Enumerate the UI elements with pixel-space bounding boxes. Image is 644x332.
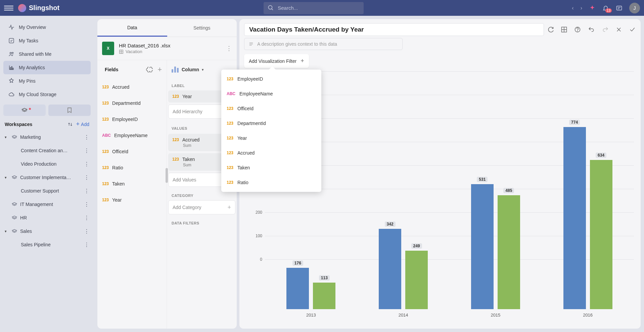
column-chart-icon <box>172 67 179 73</box>
more-icon[interactable]: ⋮ <box>84 174 89 181</box>
workspace-child[interactable]: Content Creation an…⋮ <box>3 144 91 157</box>
bar-label: 113 <box>319 275 330 281</box>
nav-back-icon[interactable]: ‹ <box>572 5 573 11</box>
workspace-child[interactable]: Video Production⋮ <box>3 157 91 171</box>
svg-rect-2 <box>616 6 622 10</box>
workspace-sales[interactable]: ▾Sales⋮ <box>3 224 91 238</box>
field-year[interactable]: 123Year <box>97 192 167 208</box>
more-icon[interactable]: ⋮ <box>84 228 89 235</box>
nav-item-my-overview[interactable]: My Overview <box>3 20 91 34</box>
sparkle-icon[interactable] <box>589 5 596 11</box>
workspace-hr[interactable]: HR⋮ <box>3 211 91 224</box>
field-accrued[interactable]: 123Accrued <box>97 79 167 95</box>
filter-option-employeeid[interactable]: 123EmployeeID <box>221 72 321 86</box>
redo-icon[interactable] <box>602 26 609 33</box>
scroll-thumb[interactable] <box>166 168 168 183</box>
messages-icon[interactable] <box>616 5 623 11</box>
tab-settings[interactable]: Settings <box>167 19 237 37</box>
workspace-it-management[interactable]: IT Management⋮ <box>3 198 91 211</box>
nav-item-my-analytics[interactable]: My Analytics <box>3 61 91 74</box>
notifications-icon[interactable]: 13 <box>602 5 609 11</box>
add-category-button[interactable]: Add Category+ <box>168 200 235 214</box>
svg-point-6 <box>10 52 12 54</box>
svg-rect-10 <box>10 68 11 70</box>
sheet-name: Vacation <box>126 49 142 54</box>
add-field-icon[interactable]: + <box>157 65 162 74</box>
field-ratio[interactable]: 123Ratio <box>97 160 167 176</box>
bar-taken-2015[interactable]: 485 <box>498 195 520 309</box>
confirm-icon[interactable] <box>629 27 636 33</box>
workspaces-title: Workspaces <box>5 122 32 127</box>
y-tick: 0 <box>260 257 262 262</box>
field-employeeid[interactable]: 123EmployeeID <box>97 111 167 127</box>
workspaces-view-toggle[interactable] <box>3 105 46 116</box>
viz-title-input[interactable]: Vacation Days Taken/Accrued by Year <box>244 23 544 36</box>
bookmarks-toggle[interactable] <box>48 105 91 116</box>
field-departmentid[interactable]: 123DepartmentId <box>97 95 167 111</box>
field-officeid[interactable]: 123OfficeId <box>97 143 167 160</box>
bar-accrued-2016[interactable]: 774 <box>563 127 586 309</box>
more-icon[interactable]: ⋮ <box>84 242 89 248</box>
x-tick: 2016 <box>542 309 634 323</box>
svg-line-1 <box>272 8 273 10</box>
bar-accrued-2014[interactable]: 342 <box>379 229 401 309</box>
field-taken[interactable]: 123Taken <box>97 176 167 192</box>
viz-description-input[interactable]: A description gives context to this data <box>244 38 403 50</box>
filter-option-accrued[interactable]: 123Accrued <box>221 146 321 160</box>
field-employeename[interactable]: ABCEmployeeName <box>97 127 167 143</box>
cloud-icon <box>8 91 15 98</box>
workspace-child[interactable]: Sales Pipeline⋮ <box>3 238 91 251</box>
bar-taken-2013[interactable]: 113 <box>313 283 335 309</box>
section-filters: DATA FILTERS <box>167 216 237 228</box>
workspace-marketing[interactable]: ▾Marketing⋮ <box>3 130 91 144</box>
left-sidebar: My OverviewMy TasksShared with MeMy Anal… <box>0 16 94 332</box>
bar-label: 249 <box>411 243 422 249</box>
avatar[interactable]: J <box>629 3 640 13</box>
nav-forward-icon[interactable]: › <box>581 5 582 11</box>
more-icon[interactable]: ⋮ <box>84 215 89 221</box>
search-input[interactable] <box>264 2 364 14</box>
more-icon[interactable]: ⋮ <box>84 188 89 194</box>
bar-accrued-2015[interactable]: 531 <box>471 184 494 309</box>
x-tick: 2013 <box>265 309 357 323</box>
bar-accrued-2013[interactable]: 176 <box>286 268 309 309</box>
fields-heading: Fields <box>105 67 118 72</box>
add-workspace-button[interactable]: + Add <box>76 121 89 128</box>
tab-data[interactable]: Data <box>97 19 167 37</box>
bar-taken-2016[interactable]: 634 <box>590 160 612 309</box>
more-icon[interactable]: ⋮ <box>84 134 89 140</box>
activity-icon <box>8 24 15 31</box>
filter-option-departmentid[interactable]: 123DepartmentId <box>221 116 321 131</box>
hamburger-menu[interactable] <box>4 3 13 13</box>
more-icon[interactable]: ⋮ <box>84 201 89 208</box>
nav-item-shared-with-me[interactable]: Shared with Me <box>3 47 91 61</box>
filter-option-officeid[interactable]: 123OfficeId <box>221 101 321 116</box>
help-icon[interactable] <box>574 26 581 33</box>
bar-taken-2014[interactable]: 249 <box>405 251 428 309</box>
y-tick: 200 <box>256 210 262 215</box>
filter-option-taken[interactable]: 123Taken <box>221 160 321 175</box>
nav-item-my-cloud-storage[interactable]: My Cloud Storage <box>3 88 91 101</box>
nav-item-my-pins[interactable]: My Pins <box>3 74 91 88</box>
more-icon[interactable]: ⋮ <box>84 161 89 167</box>
workspace-customer-implementa-[interactable]: ▾Customer Implementa…⋮ <box>3 171 91 184</box>
x-tick: 2015 <box>450 309 542 323</box>
undo-icon[interactable] <box>588 26 595 33</box>
more-icon[interactable]: ⋮ <box>84 148 89 154</box>
bar-label: 485 <box>503 188 514 193</box>
datasource-more-icon[interactable]: ⋮ <box>226 45 232 52</box>
logo[interactable]: Slingshot <box>18 4 59 12</box>
svg-point-0 <box>269 5 272 9</box>
sort-icon[interactable] <box>67 122 73 127</box>
close-icon[interactable] <box>616 27 622 33</box>
svg-rect-5 <box>9 38 14 43</box>
filter-option-ratio[interactable]: 123Ratio <box>221 175 321 190</box>
filter-option-year[interactable]: 123Year <box>221 131 321 146</box>
add-visualization-filter-button[interactable]: Add Visualization Filter + <box>244 54 309 68</box>
table-view-icon[interactable] <box>561 26 567 33</box>
refresh-icon[interactable] <box>547 26 554 33</box>
ai-suggest-icon[interactable] <box>146 66 153 73</box>
filter-option-employeename[interactable]: ABCEmployeeName <box>221 86 321 101</box>
nav-item-my-tasks[interactable]: My Tasks <box>3 34 91 47</box>
workspace-child[interactable]: Customer Support⋮ <box>3 184 91 198</box>
